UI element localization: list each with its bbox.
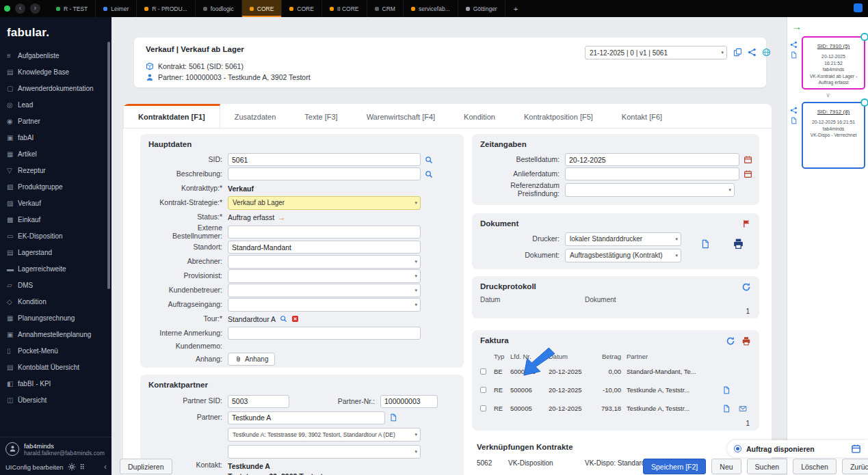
sidebar-item[interactable]: ▽ Rezeptur [0, 162, 111, 178]
document-icon[interactable] [722, 405, 731, 413]
user-avatar[interactable] [5, 442, 19, 456]
speichern-button[interactable]: Speichern [F2] [643, 459, 706, 474]
extension-icon[interactable] [776, 3, 781, 8]
dispo-calendar-icon[interactable] [851, 444, 861, 454]
sidebar-item[interactable]: ▤ Knowledge Base [0, 64, 111, 80]
calendar-icon[interactable] [744, 155, 752, 164]
strategie-select[interactable]: Verkauf ab Lager [228, 196, 421, 210]
extension-icon[interactable] [784, 3, 789, 8]
browser-tab[interactable]: R - TEST [49, 0, 96, 17]
printer-icon[interactable] [741, 336, 751, 346]
document-icon[interactable] [389, 413, 397, 422]
sidebar-item[interactable]: ▬ Lagerreichweite [0, 260, 111, 277]
apps-grid-icon[interactable]: ⠿ [80, 463, 85, 471]
search-icon[interactable] [425, 156, 433, 164]
browser-forward-icon[interactable]: › [30, 3, 40, 14]
app-logo[interactable]: fabular. [0, 17, 111, 47]
extension-app-icon[interactable] [854, 3, 863, 12]
module-tab[interactable]: Warenwirtschaft [F4] [352, 104, 449, 128]
partner-sid-input[interactable] [228, 395, 289, 408]
sidebar-item[interactable]: ▣ fabAI [0, 129, 111, 146]
provisionist-select[interactable] [228, 269, 421, 283]
timeline-sid-link[interactable]: SID: 7910 (5) [804, 42, 863, 50]
partner-contact-select[interactable] [228, 445, 421, 459]
auftragseingang-select[interactable] [228, 298, 421, 312]
dokument-select[interactable]: Auftragsbestätigung (Kontrakt) [565, 249, 681, 262]
browser-tab[interactable]: CRM [367, 0, 404, 17]
anhang-button[interactable]: Anhang [228, 353, 275, 366]
flag-icon[interactable] [742, 219, 751, 228]
sidebar-item[interactable]: ▧ Produktgruppe [0, 178, 111, 195]
externe-bestellnummer-input[interactable] [228, 226, 421, 239]
extension-icon[interactable] [761, 3, 766, 8]
search-icon[interactable] [280, 315, 287, 323]
browser-back-icon[interactable]: ‹ [15, 3, 25, 14]
share-icon[interactable] [748, 48, 757, 57]
extension-icon[interactable] [829, 3, 834, 8]
page-number[interactable]: 1 [746, 308, 750, 315]
browser-tab[interactable]: foodlogic [196, 0, 242, 17]
extension-icon[interactable] [769, 3, 774, 8]
browser-tab[interactable]: servicefab... [404, 0, 458, 17]
browser-tab[interactable]: II CORE [322, 0, 367, 17]
referenzdatum-select[interactable] [565, 183, 735, 197]
sidebar-item[interactable]: ▯ Pocket-Menü [0, 342, 111, 359]
suchen-button[interactable]: Suchen [747, 459, 788, 474]
sidebar-item[interactable]: ▣ Annahmestellenplanung [0, 326, 111, 342]
sidebar-item[interactable]: ◇ Kondition [0, 293, 111, 310]
sidebar-item[interactable]: ▦ Planungsrechnung [0, 310, 111, 326]
module-tab[interactable]: Kontraktposition [F5] [510, 104, 607, 128]
calendar-icon[interactable] [744, 169, 752, 178]
module-tab[interactable]: Kontraktdaten [F1] [123, 104, 220, 128]
sidebar-item[interactable]: ▱ DMS [0, 277, 111, 293]
timeline-expand-icon[interactable]: → [792, 21, 802, 32]
browser-tab[interactable]: CORE [282, 0, 322, 17]
drucker-select[interactable]: lokaler Standarddrucker [565, 232, 681, 246]
disponieren-radio[interactable] [734, 445, 741, 452]
refresh-icon[interactable] [741, 282, 751, 292]
document-icon[interactable] [790, 51, 798, 59]
sidebar-scrollbar[interactable] [107, 42, 110, 289]
timeline-card[interactable]: SID: 7910 (5) 20-12-2025 16:21:52 fab4mi… [802, 36, 865, 90]
sid-input[interactable] [228, 153, 421, 166]
browser-tab[interactable]: R - PRODU... [137, 0, 195, 17]
beschreibung-input[interactable] [228, 167, 421, 180]
document-icon[interactable] [790, 117, 798, 124]
browser-tab[interactable]: CORE [242, 0, 282, 17]
sidebar-item[interactable]: ▤ Lagerstand [0, 244, 111, 260]
sidebar-item[interactable]: ▦ Artikel [0, 146, 111, 162]
search-icon[interactable] [425, 170, 433, 178]
extension-icon[interactable] [799, 3, 804, 8]
timeline-card[interactable]: SID: 7912 (8) 20-12-2025 16:21:51 fab4mi… [802, 102, 865, 169]
neu-button[interactable]: Neu [711, 459, 741, 474]
share-icon[interactable] [790, 41, 798, 49]
module-tab[interactable]: Texte [F3] [290, 104, 352, 128]
gear-icon[interactable] [68, 463, 76, 471]
loeschen-button[interactable]: Löschen [793, 459, 837, 474]
extension-icon[interactable] [821, 3, 826, 8]
sidebar-item[interactable]: ▩ Einkauf [0, 211, 111, 228]
document-icon[interactable] [722, 386, 731, 394]
sidebar-item[interactable]: ≡ Aufgabenliste [0, 47, 111, 64]
version-select[interactable]: 21-12-2025 | 0 | v1 | 5061 [585, 46, 727, 59]
partner-input[interactable] [228, 411, 385, 424]
extension-icon[interactable] [837, 3, 841, 8]
delete-icon[interactable] [291, 315, 299, 323]
new-tab-button[interactable]: + [505, 0, 526, 17]
faktura-row[interactable]: RE 500006 20-12-2025 -10,00 Testkunde A,… [472, 381, 759, 399]
faktura-row[interactable]: BE 6000023 20-12-2025 0,00 Standard-Mand… [472, 362, 759, 381]
sidebar-item[interactable]: ▤ Kontoblatt Übersicht [0, 359, 111, 375]
kundenbetreuer-select[interactable] [228, 284, 421, 297]
status-arrow-icon[interactable]: → [278, 213, 285, 221]
copy-icon[interactable] [733, 48, 742, 57]
row-checkbox[interactable] [480, 387, 486, 393]
row-checkbox[interactable] [480, 405, 486, 411]
sidebar-item[interactable]: ◉ Partner [0, 113, 111, 129]
extension-icon[interactable] [814, 3, 819, 8]
sidebar-item[interactable]: ◎ Lead [0, 96, 111, 113]
extension-icon[interactable] [844, 3, 849, 8]
sidebar-collapse-icon[interactable]: ‹ [104, 462, 107, 472]
chevron-down-icon[interactable]: ∨ [787, 92, 868, 98]
module-tab[interactable]: Zusatzdaten [220, 104, 291, 128]
mail-icon[interactable] [739, 405, 747, 413]
